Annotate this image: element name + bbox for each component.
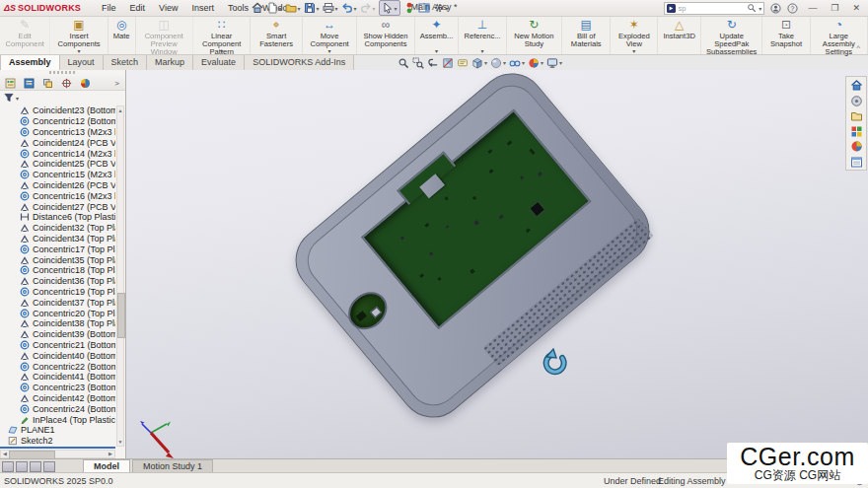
ribbon-button-bill-of-materials[interactable]: ▤Bill of Materials <box>562 17 611 54</box>
print-dropdown-icon[interactable]: ▾ <box>335 5 338 12</box>
solidworks-resources-icon[interactable] <box>850 79 863 92</box>
displaymanager-tab-icon[interactable] <box>80 78 91 89</box>
tree-item-coincident41[interactable]: Coincident41 (Bottom plast <box>0 372 115 383</box>
tree-item-plane1[interactable]: PLANE1 <box>0 425 115 436</box>
ribbon-button-referenc[interactable]: ⊥Referenc...▾ <box>459 17 506 54</box>
tree-item-coincident26[interactable]: Coincident26 (PCB V2.0<1> <box>0 180 115 191</box>
tree-item-coincident27[interactable]: Coincident27 (PCB V2.0<1> <box>0 201 115 212</box>
restore-button[interactable]: ❐ <box>827 3 842 13</box>
minimize-button[interactable]: — <box>804 3 821 13</box>
tab-assembly[interactable]: Assembly <box>0 54 60 70</box>
close-button[interactable]: ✕ <box>848 3 864 13</box>
ribbon-dropdown-icon[interactable]: ▾ <box>328 47 331 54</box>
rebuild-traffic-light-icon[interactable] <box>403 1 415 15</box>
home-icon[interactable] <box>252 1 263 15</box>
panel-grip[interactable] <box>49 71 75 74</box>
scroll-up-icon[interactable]: ▲ <box>117 106 123 114</box>
undo-dropdown-icon[interactable]: ▾ <box>354 5 357 12</box>
search-type-icon[interactable] <box>667 4 676 13</box>
section-view-icon[interactable] <box>442 57 454 69</box>
edit-appearance-dropdown-icon[interactable]: ▾ <box>541 59 543 66</box>
display-style-icon[interactable]: ▾ <box>490 57 506 69</box>
tree-item-concentric24[interactable]: Concentric24 (Bottom plast <box>0 403 115 414</box>
menu-edit[interactable]: Edit <box>123 3 153 13</box>
bottom-plastic-case[interactable] <box>282 70 664 431</box>
ribbon-button-assemb[interactable]: ✦Assemb...▾ <box>415 17 460 54</box>
ribbon-button-new-motion-study[interactable]: ↻New Motion Study <box>507 17 563 54</box>
ribbon-dropdown-icon[interactable]: ▾ <box>435 47 438 54</box>
ribbon-button-instant3d[interactable]: △Instant3D <box>658 17 701 54</box>
tree-item-concentric14[interactable]: Concentric14 (M2x3 brass ir <box>0 148 115 159</box>
previous-view-icon[interactable] <box>427 57 439 69</box>
configurationmanager-tab-icon[interactable] <box>42 78 53 89</box>
select-cursor-dropdown-icon[interactable]: ▾ <box>395 5 398 12</box>
tree-filter[interactable]: ▾ <box>4 93 19 103</box>
scroll-down-icon[interactable]: ▼ <box>117 438 123 446</box>
save-icon[interactable]: ▾ <box>304 1 320 15</box>
ribbon-button-show-hidden-components[interactable]: ∞Show Hidden Components <box>357 17 414 54</box>
ribbon-button-exploded-view[interactable]: ✶Exploded View▾ <box>611 17 658 54</box>
propertymanager-tab-icon[interactable] <box>24 78 35 89</box>
panel-expand-icon[interactable]: > <box>114 79 119 88</box>
print-icon[interactable]: ▾ <box>323 1 338 15</box>
tree-item-concentric20[interactable]: Concentric20 (Top Plastic P <box>0 308 115 318</box>
ribbon-button-smart-fasteners[interactable]: ⌖Smart Fasteners <box>251 17 303 54</box>
menu-file[interactable]: File <box>95 3 123 13</box>
view-orientation-icon[interactable]: ▾ <box>471 57 487 69</box>
animation-control-button[interactable] <box>16 461 28 472</box>
options-gear-dropdown-icon[interactable]: ▾ <box>446 5 449 12</box>
tree-item-concentric22[interactable]: Concentric22 (Bottom plast <box>0 361 115 372</box>
tree-item-coincident24[interactable]: Coincident24 (PCB V2.0<1> <box>0 137 115 148</box>
view-settings-icon[interactable]: ▾ <box>546 57 562 69</box>
select-cursor-icon[interactable]: ▾ <box>379 0 400 16</box>
ribbon-button-linear-component-pattern[interactable]: ∷Linear Component Pattern▾ <box>193 17 251 54</box>
ribbon-button-take-snapshot[interactable]: ⊡Take Snapshot <box>762 17 810 54</box>
search-dropdown[interactable]: ▾ <box>759 5 761 12</box>
ribbon-dropdown-icon[interactable]: ▾ <box>632 47 635 54</box>
tree-item-concentric12[interactable]: Concentric12 (Bottom plast <box>0 116 115 127</box>
tab-markup[interactable]: Markup <box>146 54 193 70</box>
open-dropdown-icon[interactable]: ▾ <box>298 5 301 12</box>
animation-control-button[interactable] <box>30 461 41 472</box>
hide-show-items-icon[interactable]: ▾ <box>509 57 525 69</box>
new-document-dropdown-icon[interactable]: ▾ <box>279 5 282 12</box>
tree-item-coincident23[interactable]: Coincident23 (Bottom plast <box>0 105 115 116</box>
tree-item-sketch2[interactable]: Sketch2 <box>0 436 115 447</box>
display-style-dropdown-icon[interactable]: ▾ <box>503 59 506 66</box>
search-input[interactable]: sp ▾ <box>664 2 764 15</box>
ribbon-dropdown-icon[interactable]: ▾ <box>480 47 483 54</box>
file-explorer-icon[interactable] <box>850 109 863 122</box>
model-tab-model[interactable]: Model <box>83 459 130 473</box>
new-document-icon[interactable]: ▾ <box>266 1 282 15</box>
account-icon[interactable] <box>770 3 781 14</box>
menu-insert[interactable]: Insert <box>184 3 221 13</box>
tree-item-coincident35[interactable]: Coincident35 (Top Plastic P <box>0 254 115 265</box>
view-settings-dropdown-icon[interactable]: ▾ <box>559 59 562 66</box>
tree-item-coincident32[interactable]: Coincident32 (Top Plastic P <box>0 223 115 234</box>
tab-sketch[interactable]: Sketch <box>103 54 148 70</box>
tree-item-coincident42[interactable]: Coincident42 (Bottom plast <box>0 393 115 404</box>
options-gear-icon[interactable]: ▾ <box>433 1 449 15</box>
ribbon-dropdown-icon[interactable]: ▾ <box>220 47 223 54</box>
tree-item-concentric21[interactable]: Concentric21 (Bottom plast <box>0 340 115 351</box>
view-orientation-dropdown-icon[interactable]: ▾ <box>484 59 487 66</box>
custom-properties-icon[interactable] <box>850 156 863 169</box>
hide-show-items-dropdown-icon[interactable]: ▾ <box>522 59 525 66</box>
ribbon-collapse-button[interactable]: ^ <box>856 43 860 52</box>
ribbon-button-move-component[interactable]: ↔Move Component▾ <box>303 17 357 54</box>
tab-layout[interactable]: Layout <box>59 54 104 70</box>
assembly-model[interactable] <box>282 70 664 431</box>
tree-item-coincident34[interactable]: Coincident34 (Top Plastic P <box>0 234 115 244</box>
help-icon[interactable]: ? <box>787 3 798 14</box>
edit-appearance-icon[interactable]: ▾ <box>528 57 543 69</box>
filter-dropdown-icon[interactable]: ▾ <box>16 95 19 102</box>
zoom-to-area-icon[interactable] <box>412 57 424 69</box>
tree-item-concentric23[interactable]: Concentric23 (Bottom plast <box>0 383 115 393</box>
tree-item-coincident40[interactable]: Coincident40 (Bottom plast <box>0 350 115 361</box>
search-icon[interactable]: ▾ <box>747 3 761 13</box>
appearances-scenes-icon[interactable] <box>850 140 863 153</box>
undo-icon[interactable]: ▾ <box>341 1 357 15</box>
tree-item-concentric18[interactable]: Concentric18 (Top Plastic P <box>0 265 115 276</box>
ribbon-button-update-speedpak-subassemblies[interactable]: ↻Update SpeedPak Subassemblies <box>701 17 763 54</box>
tree-item-coincident25[interactable]: Coincident25 (PCB V2.0<1> <box>0 159 115 170</box>
